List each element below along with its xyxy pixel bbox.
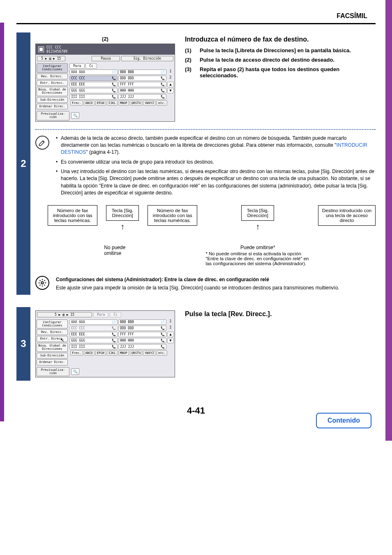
note-2: Es conveniente utilizar una tecla de gru… (56, 159, 376, 166)
phone-icon: 📞 (112, 89, 116, 92)
side-rev-direcc[interactable]: Rev. Direcc. (37, 74, 68, 79)
phone-icon: 📞 (112, 95, 116, 99)
omit-footnote: * No puede omitirse si esta activada la … (205, 251, 311, 266)
substep-3-num: (3) (185, 66, 196, 79)
phone-icon: 📞 (161, 326, 165, 330)
side-ordenar[interactable]: Ordenar Direc. (37, 104, 68, 109)
addr-iii[interactable]: III III📞 (69, 344, 118, 349)
addr-ddd[interactable]: DDD DDD📞 (118, 326, 166, 331)
scroll-up[interactable]: ▲ (167, 82, 174, 87)
sort-qrstu[interactable]: QRSTU (130, 100, 143, 106)
addr-jjj[interactable]: JJJ JJJ📞 (118, 94, 166, 99)
pausa-button[interactable]: Pausa (92, 56, 120, 61)
scroll-up[interactable]: ▲ (167, 332, 174, 337)
addr-iii[interactable]: III III📞 (69, 94, 118, 99)
tab-para[interactable]: Para (69, 63, 85, 69)
side-busq-global[interactable]: Búsq. Global de Direcciones (37, 343, 68, 352)
page-2: 2 (167, 326, 174, 331)
phone-icon: 📞 (112, 326, 116, 330)
sort-etc[interactable]: etc. (157, 350, 167, 356)
link-introducir-destinos[interactable]: INTRODUCIR DESTINOS (61, 142, 367, 155)
sort-qrstu[interactable]: QRSTU (130, 350, 143, 356)
scroll-down[interactable]: ▼ (167, 338, 174, 343)
phone-icon: 📞 (161, 95, 165, 99)
substep-3-text: Repita el paso (2) hasta que todos los d… (200, 66, 376, 79)
side-previsualiza[interactable]: Previsualiza-ción (37, 111, 69, 120)
step2-heading: Introduzca el número de fax de destino. (185, 36, 376, 43)
page-2: 2 (167, 76, 174, 81)
note-1: Además de la tecla de acceso directo, ta… (56, 135, 376, 156)
sort-etc[interactable]: etc. (157, 100, 167, 106)
side-ordenar[interactable]: Ordenar Direc. (37, 359, 68, 365)
side-configurar[interactable]: Configurar Condiciones (37, 319, 68, 329)
side-previsualiza[interactable]: Previsualiza-ción (37, 367, 69, 377)
phone-icon: 📞 (161, 76, 165, 80)
tab-para[interactable]: Para (93, 312, 108, 317)
phone-icon: 📞 (161, 89, 165, 92)
phone-icon: 📞 (112, 339, 116, 342)
addr-eee[interactable]: EEE EEE📞 (69, 332, 118, 337)
contenido-button[interactable]: Contenido (316, 413, 371, 428)
addr-ggg[interactable]: GGG GGG📞 (69, 88, 118, 93)
addr-hhh[interactable]: HHH HHH📞 (118, 338, 166, 343)
dest-name: CCC CCC (46, 45, 67, 49)
side-busq-global[interactable]: Búsq. Global de Direcciones (37, 87, 68, 96)
substep-1-num: (1) (185, 47, 196, 53)
addr-jjj[interactable]: JJJ JJJ📞 (118, 344, 166, 349)
step-number-2: 2 (16, 32, 30, 295)
cannot-omit-label: No puede omitirse (104, 245, 141, 256)
side-sub-direccion[interactable]: Sub-Dirección (37, 97, 68, 103)
addr-ddd[interactable]: DDD DDD📞 (118, 76, 166, 81)
sort-efgh[interactable]: EFGH (95, 350, 106, 356)
sort-mnop[interactable]: MNOP (118, 350, 129, 356)
addr-bbb[interactable]: BBB BBB📄 (118, 319, 166, 325)
substep-2-text: Pulse la tecla de acceso directo del des… (200, 57, 376, 63)
addr-aaa[interactable]: AAA AAA📄 (69, 69, 118, 75)
addr-eee[interactable]: EEE EEE📞 (69, 82, 118, 87)
tab-cc[interactable]: Cc (85, 63, 97, 69)
purple-edge (0, 23, 4, 421)
diagram-box-3: Número de fax introducido con las teclas… (148, 205, 197, 226)
sort-abcd[interactable]: ABCD (84, 350, 95, 356)
phone-icon: 📞 (161, 339, 165, 342)
step-number-3: 3 (16, 307, 30, 381)
sort-mnop[interactable]: MNOP (118, 100, 129, 106)
phone-icon: 📞 (161, 333, 165, 336)
addr-bbb[interactable]: BBB BBB📄 (118, 69, 166, 75)
zoom-icon[interactable]: 🔍 (71, 112, 79, 119)
sig-direccion-button[interactable]: Sig. Dirección (121, 56, 173, 61)
sort-ijkl[interactable]: IJKL (107, 350, 118, 356)
sort-efgh[interactable]: EFGH (95, 100, 106, 106)
dotted-separator (35, 129, 376, 130)
diagram-box-2: Tecla [Sig. Dirección] (106, 205, 139, 221)
addr-hhh[interactable]: HHH HHH📞 (118, 88, 166, 93)
phone-icon: 📞 (112, 345, 116, 349)
tab-cc[interactable]: Cc (110, 312, 121, 317)
sort-abcd[interactable]: ABCD (84, 100, 95, 106)
addr-ggg[interactable]: GGG GGG📞 (69, 338, 118, 343)
addr-fff[interactable]: FFF FFF📞 (118, 82, 166, 87)
pencil-note-icon (35, 136, 49, 150)
scroll-down[interactable]: ▼ (167, 88, 174, 93)
crumbs-button[interactable]: 5 ▶ ▥ ▶ 15 (37, 312, 92, 317)
fax-icon: 📄 (112, 70, 116, 74)
side-rev-direcc[interactable]: Rev. Direcc. (37, 329, 68, 335)
side-sub-direccion[interactable]: Sub-Dirección (37, 353, 68, 358)
gear-icon (35, 276, 49, 290)
sort-frec[interactable]: Frec. (70, 100, 83, 106)
side-entr-direcc[interactable]: Entr. Direcc. (37, 80, 68, 86)
sort-vwxyz[interactable]: VWXYZ (143, 100, 156, 106)
phone-icon: 📞 (112, 76, 116, 80)
phone-icon: 📞 (161, 83, 165, 86)
sort-ijkl[interactable]: IJKL (107, 100, 118, 106)
zoom-icon[interactable]: 🔍 (71, 368, 79, 375)
addr-aaa[interactable]: AAA AAA📄 (69, 319, 118, 325)
addr-ccc[interactable]: CCC CCC📞 (69, 326, 118, 331)
note-3: Una vez introducido el destino con las t… (56, 168, 376, 197)
sort-vwxyz[interactable]: VWXYZ (143, 350, 156, 356)
crumbs-button[interactable]: 5 ▶ ▥ ▶ 15 (37, 56, 65, 61)
side-configurar[interactable]: Configurar Condiciones (37, 63, 68, 73)
sort-frec[interactable]: Frec. (70, 350, 83, 356)
addr-fff[interactable]: FFF FFF📞 (118, 332, 166, 337)
addr-ccc[interactable]: CCC CCC📞 (69, 76, 118, 81)
